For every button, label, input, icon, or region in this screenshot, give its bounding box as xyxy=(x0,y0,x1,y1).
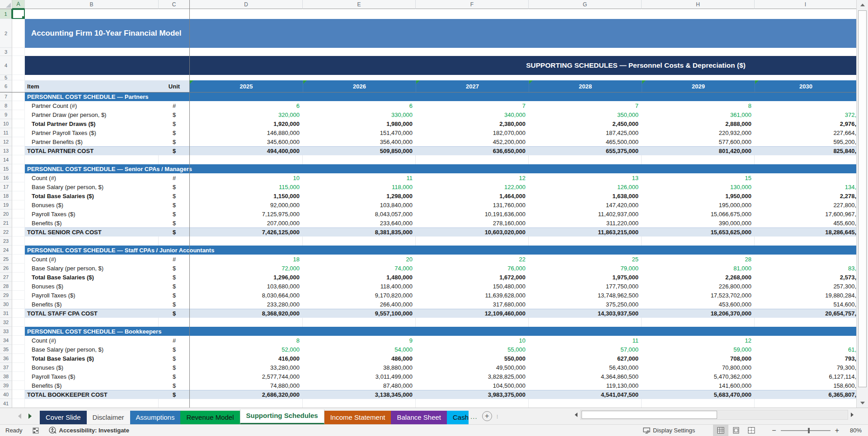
cell-E41[interactable] xyxy=(303,399,416,408)
value-cell-2030[interactable]: 134, xyxy=(755,182,856,191)
value-cell-2026[interactable]: 486,000 xyxy=(303,354,416,363)
cell-A8[interactable] xyxy=(12,101,25,110)
row-header-8[interactable]: 8 xyxy=(0,101,12,110)
unit-cell[interactable]: $ xyxy=(159,200,190,209)
cell-B1[interactable] xyxy=(25,9,856,19)
row-header-31[interactable]: 31 xyxy=(0,309,12,318)
unit-cell[interactable]: $ xyxy=(159,110,190,119)
value-cell-2029[interactable]: 453,600,000 xyxy=(642,300,755,309)
column-header-B[interactable]: B xyxy=(25,0,159,9)
unit-cell[interactable]: $ xyxy=(159,363,190,372)
row-label[interactable]: Total Partner Draws ($) xyxy=(25,119,159,128)
value-cell-2027[interactable]: 122,000 xyxy=(416,182,529,191)
page-layout-view-button[interactable] xyxy=(728,425,744,436)
scroll-right-button[interactable] xyxy=(848,409,856,420)
cell-H14[interactable] xyxy=(642,155,755,164)
value-cell-2029[interactable]: 15,066,675,000 xyxy=(642,209,755,218)
cell-E14[interactable] xyxy=(303,155,416,164)
row-header-22[interactable]: 22 xyxy=(0,227,12,237)
value-cell-2025[interactable]: 72,000 xyxy=(190,264,303,273)
value-cell-2027[interactable]: 7 xyxy=(416,101,529,110)
value-cell-2029[interactable]: 141,600,000 xyxy=(642,381,755,390)
value-cell-2025[interactable]: 345,600,000 xyxy=(190,137,303,146)
value-cell-2028[interactable]: 4,364,860,500 xyxy=(529,372,642,381)
value-cell-2028[interactable]: 25 xyxy=(529,255,642,264)
total-value-cell-2028[interactable]: 11,863,215,000 xyxy=(529,227,642,237)
cell-I41[interactable] xyxy=(755,399,856,408)
row-header-38[interactable]: 38 xyxy=(0,372,12,381)
cell-A20[interactable] xyxy=(12,209,25,218)
cell-A30[interactable] xyxy=(12,300,25,309)
value-cell-2026[interactable]: 8,043,057,000 xyxy=(303,209,416,218)
vertical-scroll-thumb[interactable] xyxy=(858,10,867,387)
value-cell-2028[interactable]: 147,420,000 xyxy=(529,200,642,209)
value-cell-2025[interactable]: 1,296,000 xyxy=(190,273,303,282)
value-cell-2030[interactable]: 227,664, xyxy=(755,128,856,137)
page-break-view-button[interactable] xyxy=(744,425,759,436)
total-value-cell-2028[interactable]: 14,303,937,500 xyxy=(529,309,642,318)
unit-cell[interactable]: $ xyxy=(159,191,190,200)
cell-A28[interactable] xyxy=(12,282,25,291)
row-header-9[interactable]: 9 xyxy=(0,110,12,119)
value-cell-2028[interactable]: 57,000 xyxy=(529,345,642,354)
unit-cell[interactable]: $ xyxy=(159,182,190,191)
cell-A17[interactable] xyxy=(12,182,25,191)
year-header-2030[interactable]: 2030 xyxy=(755,80,856,92)
value-cell-2030[interactable] xyxy=(755,173,856,182)
unit-cell[interactable]: $ xyxy=(159,291,190,300)
unit-column-header[interactable]: Unit xyxy=(159,80,190,92)
sheet-tab-supporting-schedules[interactable]: Supporting Schedules xyxy=(240,409,324,424)
value-cell-2028[interactable]: 7 xyxy=(529,101,642,110)
total-row-label[interactable]: TOTAL SENIOR CPA COST xyxy=(25,227,159,237)
tabs-scroll-right-icon[interactable] xyxy=(28,413,32,419)
cell-H41[interactable] xyxy=(642,399,755,408)
row-label[interactable]: Payroll Taxes ($) xyxy=(25,209,159,218)
value-cell-2026[interactable]: 1,480,000 xyxy=(303,273,416,282)
value-cell-2028[interactable]: 1,638,000 xyxy=(529,191,642,200)
row-header-28[interactable]: 28 xyxy=(0,282,12,291)
value-cell-2025[interactable]: 207,000,000 xyxy=(190,218,303,227)
value-cell-2029[interactable]: 2,888,000 xyxy=(642,119,755,128)
total-value-cell-2030[interactable]: 20,654,757, xyxy=(755,309,856,318)
row-header-32[interactable]: 32 xyxy=(0,318,12,327)
row-header-12[interactable]: 12 xyxy=(0,137,12,146)
total-value-cell-2030[interactable]: 825,840, xyxy=(755,146,856,155)
row-label[interactable]: Bonuses ($) xyxy=(25,363,159,372)
row-label[interactable]: Partner Payroll Taxes ($) xyxy=(25,128,159,137)
cell-B14[interactable] xyxy=(25,155,159,164)
value-cell-2028[interactable]: 13 xyxy=(529,173,642,182)
total-row-label[interactable]: TOTAL BOOKKEEPER COST xyxy=(25,390,159,399)
value-cell-2030[interactable]: 61, xyxy=(755,345,856,354)
total-value-cell-2029[interactable]: 801,420,000 xyxy=(642,146,755,155)
value-cell-2027[interactable]: 278,160,000 xyxy=(416,218,529,227)
column-header-D[interactable]: D xyxy=(190,0,303,9)
row-header-23[interactable]: 23 xyxy=(0,237,12,246)
total-value-cell-2026[interactable]: 8,381,835,000 xyxy=(303,227,416,237)
value-cell-2029[interactable]: 577,600,000 xyxy=(642,137,755,146)
total-unit-cell[interactable]: $ xyxy=(159,309,190,318)
cell-I32[interactable] xyxy=(755,318,856,327)
value-cell-2030[interactable]: 2,573, xyxy=(755,273,856,282)
new-sheet-button[interactable]: + xyxy=(482,411,492,421)
row-header-21[interactable]: 21 xyxy=(0,218,12,227)
row-header-18[interactable]: 18 xyxy=(0,191,12,200)
total-value-cell-2026[interactable]: 3,138,345,000 xyxy=(303,390,416,399)
cell-F23[interactable] xyxy=(416,237,529,246)
row-header-33[interactable]: 33 xyxy=(0,327,12,336)
total-value-cell-2027[interactable]: 3,983,375,000 xyxy=(416,390,529,399)
value-cell-2027[interactable]: 550,000 xyxy=(416,354,529,363)
value-cell-2028[interactable]: 11 xyxy=(529,336,642,345)
value-cell-2027[interactable]: 11,639,628,000 xyxy=(416,291,529,300)
cell-A36[interactable] xyxy=(12,354,25,363)
value-cell-2028[interactable]: 350,000 xyxy=(529,110,642,119)
value-cell-2026[interactable]: 1,980,000 xyxy=(303,119,416,128)
column-header-A[interactable]: A xyxy=(12,0,25,9)
row-label[interactable]: Payroll Taxes ($) xyxy=(25,372,159,381)
value-cell-2027[interactable]: 150,480,000 xyxy=(416,282,529,291)
unit-cell[interactable]: $ xyxy=(159,381,190,390)
cell-C23[interactable] xyxy=(159,237,190,246)
value-cell-2025[interactable]: 146,880,000 xyxy=(190,128,303,137)
value-cell-2026[interactable]: 151,470,000 xyxy=(303,128,416,137)
year-header-2028[interactable]: 2028 xyxy=(529,80,642,92)
cell-A31[interactable] xyxy=(12,309,25,318)
